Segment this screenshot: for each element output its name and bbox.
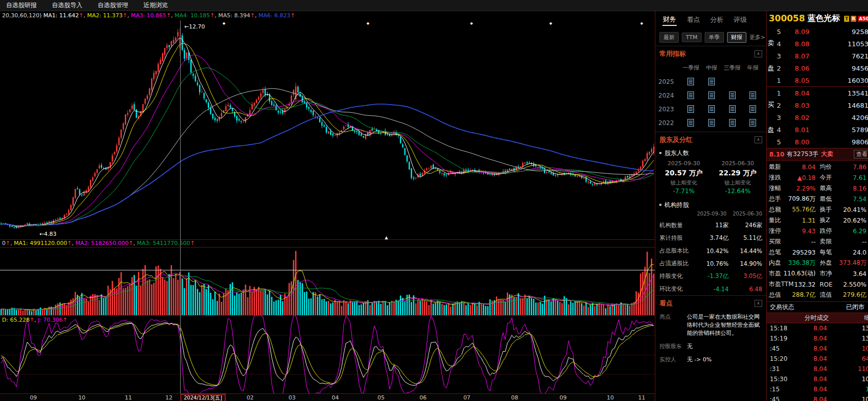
report-column-label: 年报: [742, 64, 763, 72]
tab-分析[interactable]: 分析: [710, 15, 724, 24]
viewpoint-row: 控股股东无: [655, 340, 766, 353]
menu-item-3[interactable]: 自选股管理: [98, 1, 128, 10]
menu-item-1[interactable]: 自选股研报: [6, 1, 37, 10]
volume-bars-up: [3, 251, 654, 315]
institution-row: 持股变化-1.37亿3.05亿: [655, 270, 766, 283]
tab-财务[interactable]: 财务: [662, 14, 677, 26]
section-common-indicators: 常用指标 ∧: [655, 46, 766, 61]
period-button-TTM[interactable]: TTM: [682, 33, 702, 42]
volume-chart[interactable]: [0, 248, 655, 315]
order-book-row[interactable]: 48.015789: [775, 124, 868, 136]
collapse-chevron-icon[interactable]: ∧: [755, 300, 762, 307]
report-doc-icon[interactable]: [749, 105, 756, 113]
up-arrow-icon: ↑: [210, 12, 215, 19]
report-doc-icon[interactable]: [749, 91, 756, 99]
bullet-icon: [659, 204, 661, 206]
order-book-row[interactable]: 18.0516030: [775, 74, 868, 86]
order-book-row[interactable]: 28.0314681: [775, 99, 868, 111]
report-column-label: 中报: [701, 64, 722, 72]
report-doc-icon[interactable]: [749, 119, 756, 127]
period-button-最新[interactable]: 最新: [659, 32, 679, 43]
tick-list: 15:188.041315:198.0413:458.041015:208.04…: [767, 323, 868, 401]
report-year-label: 2022: [658, 119, 681, 127]
ma-line-1: [1, 38, 654, 227]
report-doc-icon[interactable]: [729, 119, 736, 127]
badge-A500: A500: [858, 16, 868, 22]
ma-label: MA6: 6.823: [258, 12, 291, 19]
quote-field-今开: 今开7.61: [820, 173, 868, 182]
tick-row: :158.041: [767, 384, 868, 394]
kline-chart[interactable]: ←12.70 ←4.83 ◆◆◆◆◆▲: [0, 20, 655, 239]
report-doc-icon[interactable]: [687, 105, 694, 113]
report-doc-icon[interactable]: [708, 91, 715, 99]
institution-row: 环比变化-4.146.48: [655, 283, 766, 295]
tick-row: 15:308.0410: [767, 374, 868, 384]
buy-side: 买盘18.041354128.031468138.02420648.015789…: [767, 86, 868, 148]
tab-看点[interactable]: 看点: [687, 15, 700, 24]
institution-date: 2025-06-30: [733, 211, 762, 218]
report-doc-icon[interactable]: [729, 91, 736, 99]
quote-field-换手: 换手20.41%: [820, 205, 868, 214]
order-book-row[interactable]: 48.0811053: [775, 38, 868, 50]
tick-row: :458.0410: [767, 394, 868, 401]
period-button-财报[interactable]: 财报: [727, 32, 746, 43]
event-marker-icon[interactable]: ◆: [222, 21, 225, 25]
tick-row: :318.04110: [767, 364, 868, 374]
report-doc-icon[interactable]: [708, 105, 715, 113]
up-arrow-icon: ↑: [79, 12, 83, 19]
order-book-row[interactable]: 58.099258: [775, 25, 868, 38]
report-doc-icon[interactable]: [708, 119, 715, 127]
axis-month-label: 11: [125, 394, 132, 401]
collapse-chevron-icon[interactable]: ∧: [755, 136, 762, 143]
kdj-gridline: [0, 335, 655, 335]
tick-mode-toggle[interactable]: 细: [864, 314, 868, 322]
quote-field-内盘: 内盘336.38万: [769, 259, 820, 267]
event-marker-icon[interactable]: ◆: [641, 21, 643, 25]
section-title: 看点: [659, 299, 673, 308]
report-doc-icon[interactable]: [729, 105, 736, 113]
text-run: ,: [255, 12, 258, 19]
kdj-chart[interactable]: D: 65.228↑, J: 70.306↑: [0, 315, 655, 393]
tab-评级[interactable]: 评级: [734, 15, 747, 24]
candles-up-wicks: [3, 28, 654, 229]
quote-field-ROE: ROE2.550%: [820, 281, 868, 288]
finance-period-buttons: 最新TTM单季财报更多>: [655, 28, 766, 46]
event-marker-icon[interactable]: ◆: [470, 21, 473, 25]
order-book-row[interactable]: 38.024206: [775, 111, 868, 124]
menu-item-4[interactable]: 近期浏览: [143, 1, 168, 10]
event-marker-icon[interactable]: ◆: [367, 21, 369, 25]
kline-indicator-header: 20,30,60,120) MA1: 11.642↑, MA2: 11.373↑…: [0, 11, 655, 20]
price-peak-label: ←12.70: [184, 23, 205, 30]
ma-label: MA3: 5411770.500: [137, 240, 190, 246]
tick-row: 15:208.0464: [767, 354, 868, 364]
axis-month-label: 03: [288, 394, 296, 401]
time-axis: 09101112020304050607080910112024/12/13[五…: [0, 393, 655, 401]
report-doc-icon[interactable]: [708, 78, 715, 85]
view-button[interactable]: 查看: [854, 150, 868, 159]
quote-field-总笔: 总笔295293: [769, 248, 820, 257]
institution-table: 机构数量11家246家累计持股3.74亿5.11亿占总股本比10.42%14.4…: [655, 219, 766, 295]
collapse-chevron-icon[interactable]: ∧: [755, 50, 762, 57]
report-doc-icon[interactable]: [687, 119, 694, 127]
period-button-单季[interactable]: 单季: [705, 32, 724, 43]
up-arrow-icon: ↑: [250, 12, 255, 19]
order-book-row[interactable]: 28.069456: [775, 62, 868, 74]
tick-row: 15:198.0413: [767, 333, 868, 344]
report-doc-icon[interactable]: [687, 78, 694, 85]
menu-item-2[interactable]: 自选股导入: [52, 1, 82, 10]
badge-T: T: [844, 16, 849, 22]
axis-date-highlight: 2024/12/13[五]: [181, 394, 225, 401]
axis-month-label: 08: [511, 394, 518, 401]
report-doc-icon[interactable]: [687, 91, 694, 99]
order-book-row[interactable]: 18.0413541: [775, 87, 868, 99]
quote-field-量比: 量比1.31: [769, 216, 820, 225]
axis-month-label: 06: [419, 394, 426, 401]
order-book-row[interactable]: 58.009806: [775, 136, 868, 148]
ma-label: MA1: 4991120.000: [14, 240, 67, 246]
axis-month-label: 02: [247, 394, 254, 401]
section-title: 常用指标: [659, 49, 686, 58]
period-button-更多>[interactable]: 更多>: [749, 33, 765, 42]
order-book-row[interactable]: 38.077621: [775, 50, 868, 62]
badge-R: R: [851, 16, 856, 22]
event-marker-icon[interactable]: ◆: [549, 21, 552, 25]
